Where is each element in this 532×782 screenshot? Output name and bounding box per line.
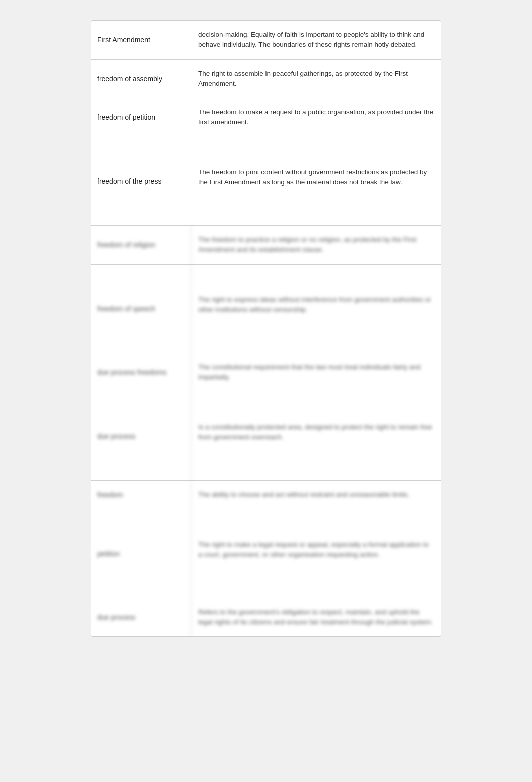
- term-cell: due process freedoms: [91, 353, 191, 392]
- definition-cell: The ability to choose and act without re…: [191, 481, 441, 509]
- table-row: freedom of assemblyThe right to assemble…: [91, 60, 441, 99]
- table-row: freedom of the pressThe freedom to print…: [91, 137, 441, 226]
- table-row: due processRefers to the government's ob…: [91, 598, 441, 637]
- term-cell: freedom of speech: [91, 265, 191, 353]
- definition-cell: Is a constitutionally protected area, de…: [191, 392, 441, 480]
- table-row: freedom of religionThe freedom to practi…: [91, 226, 441, 265]
- definition-cell: The freedom to make a request to a publi…: [191, 98, 441, 137]
- term-cell: freedom of assembly: [91, 60, 191, 98]
- table-row: freedom of petitionThe freedom to make a…: [91, 98, 441, 137]
- term-cell: freedom of petition: [91, 98, 191, 137]
- definition-cell: Refers to the government's obligation to…: [191, 598, 441, 637]
- term-cell: due process: [91, 598, 191, 637]
- table-row: First Amendmentdecision-making. Equality…: [91, 21, 441, 60]
- term-cell: freedom of religion: [91, 226, 191, 265]
- term-cell: petition: [91, 509, 191, 598]
- definition-cell: The freedom to print content without gov…: [191, 137, 441, 225]
- definition-cell: The constitutional requirement that the …: [191, 353, 441, 392]
- table-row: freedomThe ability to choose and act wit…: [91, 481, 441, 509]
- table-row: due process freedomsThe constitutional r…: [91, 353, 441, 392]
- main-table: First Amendmentdecision-making. Equality…: [91, 20, 441, 637]
- table-row: due processIs a constitutionally protect…: [91, 392, 441, 481]
- table-row: freedom of speechThe right to express id…: [91, 265, 441, 353]
- term-cell: due process: [91, 392, 191, 480]
- definition-cell: The right to assemble in peaceful gather…: [191, 60, 441, 98]
- definition-cell: The freedom to practice a religion or no…: [191, 226, 441, 265]
- table-row: petitionThe right to make a legal reques…: [91, 509, 441, 598]
- definition-cell: decision-making. Equality of faith is im…: [191, 21, 441, 59]
- term-cell: First Amendment: [91, 21, 191, 59]
- term-cell: freedom: [91, 481, 191, 509]
- definition-cell: The right to make a legal request or app…: [191, 509, 441, 598]
- definition-cell: The right to express ideas without inter…: [191, 265, 441, 353]
- term-cell: freedom of the press: [91, 137, 191, 225]
